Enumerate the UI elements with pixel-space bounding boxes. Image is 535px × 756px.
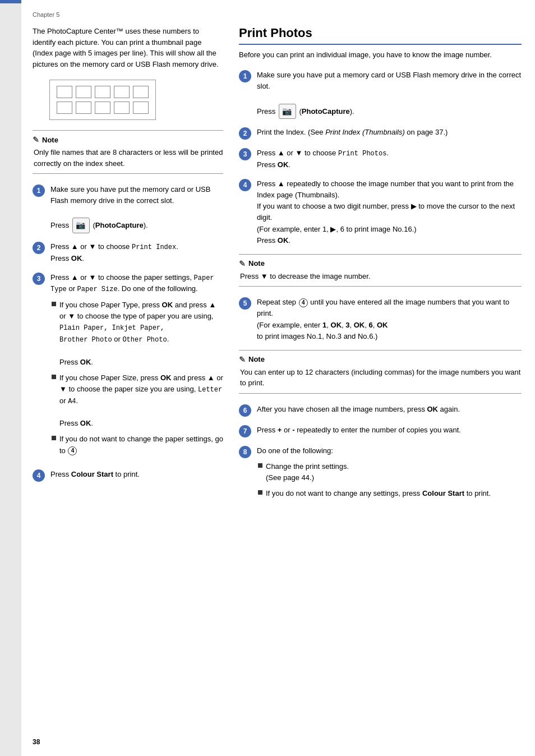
thumbnail-box	[114, 86, 130, 98]
left-step-1: 1 Make sure you have put the memory card…	[33, 184, 223, 233]
thumbnail-box	[133, 102, 149, 114]
thumbnail-box	[57, 102, 72, 114]
content-area: Chapter 5 The PhotoCapture Center™ uses …	[21, 0, 535, 756]
thumbnail-row-2	[57, 102, 149, 114]
right-sub-bullet-2-text: If you do not want to change any setting…	[266, 488, 491, 499]
note-text: Only file names that are 8 characters or…	[34, 147, 223, 169]
step-content-3: Press ▲ or ▼ to choose the paper setting…	[50, 272, 223, 461]
thumbnail-box	[114, 102, 130, 114]
right-bullet-icon-2	[258, 490, 262, 495]
step-circle-1: 1	[33, 185, 45, 197]
note-text-r2: You can enter up to 12 characters (inclu…	[240, 367, 522, 389]
right-sub-bullet-1-text: Change the print settings.(See page 44.)	[266, 461, 349, 483]
step-content-1: Make sure you have put the memory card o…	[50, 184, 223, 233]
note-label-r2: Note	[248, 355, 265, 363]
sub-bullet-1: If you chose Paper Type, press OK and pr…	[52, 299, 223, 368]
photocapture-icon: 📷	[76, 219, 85, 232]
note-title-right-2: ✎ Note	[239, 355, 522, 364]
note-icon-r2: ✎	[239, 355, 246, 364]
sub-bullet-3: If you do not want to change the paper s…	[52, 434, 223, 456]
right-step-content-3: Press ▲ or ▼ to choose Print Photos. Pre…	[257, 147, 522, 170]
note-text-r1: Press ▼ to decrease the image number.	[240, 271, 522, 282]
right-sub-bullet-2: If you do not want to change any setting…	[258, 488, 522, 499]
right-step-content-8: Do one of the following: Change the prin…	[257, 445, 522, 504]
top-blue-bar	[0, 0, 21, 3]
step-circle-3: 3	[33, 273, 45, 285]
bullet-icon	[52, 302, 56, 306]
section-title: Print Photos	[239, 26, 522, 45]
right-note-2: ✎ Note You can enter up to 12 characters…	[239, 350, 522, 394]
page-container: Chapter 5 The PhotoCapture Center™ uses …	[0, 0, 535, 756]
left-note-box: ✎ Note Only file names that are 8 charac…	[33, 130, 223, 174]
note-title: ✎ Note	[33, 135, 223, 144]
note-label: Note	[42, 136, 58, 144]
right-bullet-icon-1	[258, 463, 262, 468]
page-number: 38	[33, 738, 40, 746]
right-step-circle-1: 1	[239, 70, 251, 82]
right-step-content-7: Press + or - repeatedly to enter the num…	[257, 425, 522, 436]
left-column: The PhotoCapture Center™ uses these numb…	[33, 26, 223, 511]
thumbnail-box	[95, 86, 110, 98]
section-intro: Before you can print an individual image…	[239, 49, 522, 61]
right-step-8: 8 Do one of the following: Change the pr…	[239, 445, 522, 504]
right-step-content-1: Make sure you have put a memory card or …	[257, 70, 522, 119]
right-step-content-5: Repeat step 4 until you have entered all…	[257, 297, 522, 342]
left-step-4: 4 Press Colour Start to print.	[33, 469, 223, 482]
step-circle-4: 4	[33, 469, 45, 482]
right-step-circle-6: 6	[239, 404, 251, 417]
right-sub-bullet-1: Change the print settings.(See page 44.)	[258, 461, 522, 483]
circle-ref-4: 4	[68, 446, 77, 455]
sub-bullet-2-text: If you chose Paper Size, press OK and pr…	[59, 372, 223, 430]
right-step-1: 1 Make sure you have put a memory card o…	[239, 70, 522, 119]
thumbnail-box	[133, 86, 149, 98]
right-step-circle-5: 5	[239, 297, 251, 310]
sub-bullet-2: If you chose Paper Size, press OK and pr…	[52, 372, 223, 430]
thumbnail-row-1	[57, 86, 149, 98]
right-note-1: ✎ Note Press ▼ to decrease the image num…	[239, 254, 522, 287]
right-step-7: 7 Press + or - repeatedly to enter the n…	[239, 425, 522, 437]
note-icon-r1: ✎	[239, 259, 246, 268]
right-step-3: 3 Press ▲ or ▼ to choose Print Photos. P…	[239, 147, 522, 170]
two-column-layout: The PhotoCapture Center™ uses these numb…	[33, 26, 522, 511]
left-step-3: 3 Press ▲ or ▼ to choose the paper setti…	[33, 272, 223, 461]
thumbnail-grid	[49, 80, 156, 120]
right-step-4: 4 Press ▲ repeatedly to choose the image…	[239, 178, 522, 246]
left-step-2: 2 Press ▲ or ▼ to choose Print Index. Pr…	[33, 241, 223, 264]
left-margin	[0, 0, 21, 756]
step-1-text: Make sure you have put the memory card o…	[50, 185, 210, 205]
right-step-circle-2: 2	[239, 127, 251, 140]
circle-ref-4-r: 4	[299, 298, 308, 307]
thumbnail-box	[76, 86, 91, 98]
intro-text: The PhotoCapture Center™ uses these numb…	[33, 26, 223, 70]
note-title-right-1: ✎ Note	[239, 259, 522, 268]
chapter-label: Chapter 5	[33, 11, 522, 18]
right-column: Print Photos Before you can print an ind…	[239, 26, 522, 511]
right-step-circle-4: 4	[239, 179, 251, 191]
right-step-5: 5 Repeat step 4 until you have entered a…	[239, 297, 522, 342]
sub-bullet-1-text: If you chose Paper Type, press OK and pr…	[59, 299, 223, 368]
step-content-2: Press ▲ or ▼ to choose Print Index. Pres…	[50, 241, 223, 264]
photocapture-button-right: 📷	[279, 104, 296, 119]
right-step-circle-3: 3	[239, 148, 251, 160]
thumbnail-box	[57, 86, 72, 98]
photocapture-icon-right: 📷	[282, 105, 292, 118]
photocapture-button: 📷	[72, 218, 90, 233]
right-step-content-4: Press ▲ repeatedly to choose the image n…	[257, 178, 522, 246]
right-step-6: 6 After you have chosen all the image nu…	[239, 404, 522, 417]
bullet-icon	[52, 436, 56, 440]
sub-steps: If you chose Paper Type, press OK and pr…	[52, 299, 223, 457]
right-sub-steps: Change the print settings.(See page 44.)…	[258, 461, 522, 499]
thumbnail-box	[95, 102, 110, 114]
step-circle-2: 2	[33, 242, 45, 254]
right-step-content-6: After you have chosen all the image numb…	[257, 404, 522, 415]
step-1-bold: (PhotoCapture).	[93, 221, 147, 229]
right-step-circle-7: 7	[239, 425, 251, 437]
right-step-circle-8: 8	[239, 446, 251, 458]
note-label-r1: Note	[248, 259, 265, 268]
step-1-press: Press	[50, 221, 71, 229]
right-step-content-2: Print the Index. (See Print Index (Thumb…	[257, 127, 522, 138]
sub-bullet-3-text: If you do not want to change the paper s…	[59, 434, 223, 456]
right-step-2: 2 Print the Index. (See Print Index (Thu…	[239, 127, 522, 140]
bullet-icon	[52, 375, 56, 379]
step-content-4: Press Colour Start to print.	[50, 469, 223, 480]
